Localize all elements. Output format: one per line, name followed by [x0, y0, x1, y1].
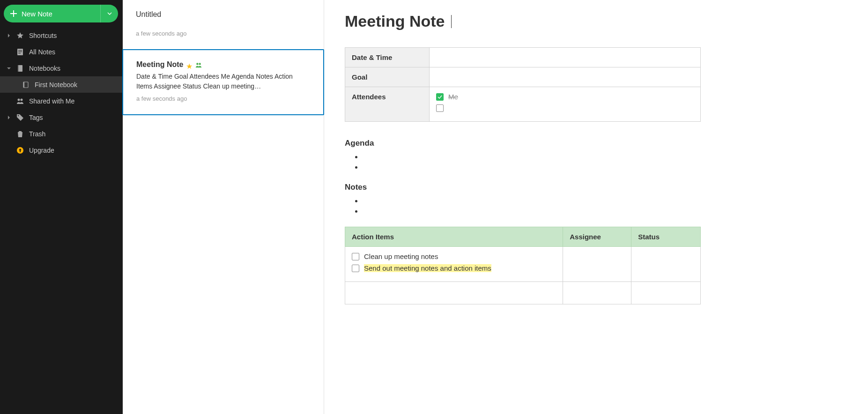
svg-point-13: [199, 63, 201, 65]
sidebar-label: First Notebook: [35, 81, 77, 89]
plus-icon: [10, 10, 17, 17]
svg-rect-3: [18, 53, 21, 53]
table-row: Attendees Me: [345, 87, 701, 122]
notebook-icon: [16, 65, 24, 72]
sidebar-item-all-notes[interactable]: All Notes: [0, 44, 123, 60]
svg-point-9: [21, 98, 23, 101]
list-item[interactable]: [363, 197, 847, 207]
table-row: [345, 282, 701, 304]
star-icon: ★: [186, 62, 193, 71]
action-header: Action Items: [345, 227, 563, 247]
note-card[interactable]: Meeting Note ★ Date & Time Goal Attendee…: [122, 49, 324, 115]
meta-label: Attendees: [345, 87, 430, 122]
attendees-cell[interactable]: Me: [430, 87, 701, 122]
note-card[interactable]: Untitled a few seconds ago: [123, 0, 324, 50]
note-card-title: Untitled: [136, 10, 311, 19]
sidebar-item-notebooks[interactable]: Notebooks: [0, 60, 123, 76]
new-note-container: New Note: [0, 5, 123, 27]
caret-down-icon: [7, 67, 11, 70]
status-cell[interactable]: [631, 282, 701, 304]
tag-icon: [16, 114, 24, 121]
text-cursor: [451, 15, 452, 28]
svg-rect-2: [18, 52, 22, 52]
note-icon: [16, 48, 24, 56]
new-note-button-group: New Note: [4, 5, 118, 22]
note-title-text: Meeting Note: [345, 12, 445, 30]
sidebar-label: Notebooks: [29, 65, 60, 72]
action-items-cell[interactable]: Clean up meeting notes Send out meeting …: [345, 247, 563, 282]
notes-heading: Notes: [345, 183, 847, 192]
meta-value[interactable]: [430, 67, 701, 87]
svg-point-8: [18, 98, 20, 101]
table-header-row: Action Items Assignee Status: [345, 227, 701, 247]
meta-label: Date & Time: [345, 48, 430, 67]
sidebar-item-tags[interactable]: Tags: [0, 109, 123, 126]
new-note-dropdown[interactable]: [100, 5, 118, 22]
table-row: Date & Time: [345, 48, 701, 67]
sidebar-item-upgrade[interactable]: Upgrade: [0, 142, 123, 158]
notes-list[interactable]: [345, 197, 847, 217]
note-card-title: Meeting Note: [136, 60, 183, 69]
meta-table: Date & Time Goal Attendees Me: [345, 47, 701, 122]
notebook-icon: [22, 81, 30, 89]
action-item[interactable]: Clean up meeting notes: [352, 252, 556, 260]
list-item[interactable]: [363, 153, 847, 163]
attendee-row[interactable]: [436, 104, 694, 112]
status-cell[interactable]: [631, 247, 701, 282]
attendee-name: Me: [448, 93, 458, 101]
sidebar-item-shortcuts[interactable]: Shortcuts: [0, 27, 123, 44]
note-title[interactable]: Meeting Note: [345, 12, 847, 30]
shared-icon: [195, 62, 202, 70]
assignee-cell[interactable]: [563, 247, 631, 282]
action-item-label: Send out meeting notes and action items: [364, 264, 491, 272]
sidebar: New Note Shortcuts All Notes Notebooks F…: [0, 0, 123, 414]
note-card-time: a few seconds ago: [136, 30, 311, 37]
sidebar-label: All Notes: [29, 48, 55, 56]
checkbox-icon[interactable]: [436, 93, 444, 101]
sidebar-label: Shortcuts: [29, 32, 57, 39]
note-editor[interactable]: Meeting Note Date & Time Goal Attendees …: [324, 0, 868, 414]
action-item-label: Clean up meeting notes: [364, 252, 438, 260]
list-item[interactable]: [363, 163, 847, 173]
assignee-header: Assignee: [563, 227, 631, 247]
trash-icon: [16, 130, 24, 138]
sidebar-item-shared[interactable]: Shared with Me: [0, 93, 123, 109]
table-row: Goal: [345, 67, 701, 87]
action-item[interactable]: Send out meeting notes and action items: [352, 264, 556, 272]
svg-point-10: [18, 115, 19, 116]
sidebar-item-first-notebook[interactable]: First Notebook: [0, 76, 123, 93]
checkbox-icon[interactable]: [352, 253, 359, 260]
caret-right-icon: [7, 34, 11, 37]
agenda-list[interactable]: [345, 153, 847, 173]
svg-rect-1: [18, 50, 22, 51]
sidebar-label: Shared with Me: [29, 97, 74, 105]
note-card-preview: Date & Time Goal Attendees Me Agenda Not…: [136, 72, 310, 91]
status-header: Status: [631, 227, 701, 247]
svg-rect-7: [23, 82, 24, 88]
action-items-cell[interactable]: [345, 282, 563, 304]
sidebar-label: Upgrade: [29, 147, 54, 154]
checkbox-icon[interactable]: [436, 104, 444, 112]
star-icon: [16, 32, 24, 39]
meta-value[interactable]: [430, 48, 701, 67]
people-icon: [16, 97, 24, 105]
checkbox-icon[interactable]: [352, 265, 359, 272]
chevron-down-icon: [107, 11, 112, 16]
caret-right-icon: [7, 116, 11, 119]
sidebar-item-trash[interactable]: Trash: [0, 126, 123, 142]
meta-label: Goal: [345, 67, 430, 87]
agenda-heading: Agenda: [345, 139, 847, 148]
table-row: Clean up meeting notes Send out meeting …: [345, 247, 701, 282]
note-list: Untitled a few seconds ago Meeting Note …: [123, 0, 324, 414]
note-card-time: a few seconds ago: [136, 95, 310, 102]
upgrade-icon: [16, 147, 24, 154]
attendee-row[interactable]: Me: [436, 93, 694, 101]
new-note-button[interactable]: New Note: [4, 10, 100, 18]
svg-rect-5: [18, 65, 19, 72]
new-note-label: New Note: [22, 10, 52, 18]
list-item[interactable]: [363, 207, 847, 217]
assignee-cell[interactable]: [563, 282, 631, 304]
sidebar-label: Tags: [29, 114, 43, 121]
action-table: Action Items Assignee Status Clean up me…: [345, 227, 701, 304]
sidebar-label: Trash: [29, 130, 45, 138]
